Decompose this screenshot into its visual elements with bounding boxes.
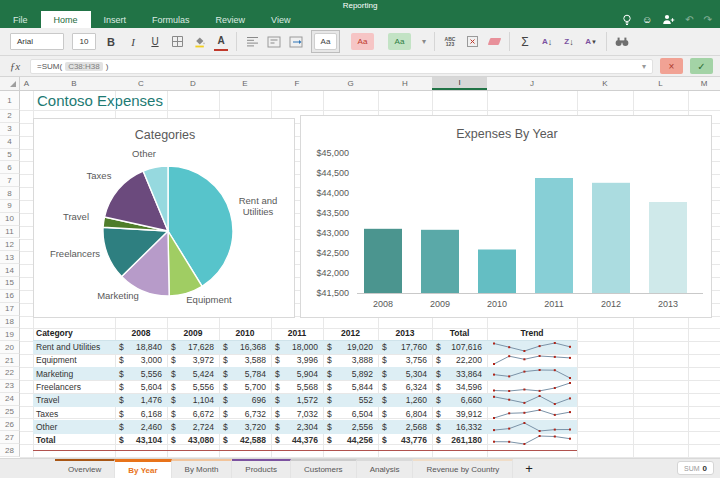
ribbon-tab-view[interactable]: View xyxy=(258,11,303,28)
filter-icon[interactable]: A▼ xyxy=(584,33,598,51)
font-size-select[interactable]: 10 xyxy=(72,33,96,50)
cell-style-chip[interactable]: Aa xyxy=(388,33,411,50)
row-header-10[interactable]: 10 xyxy=(0,213,20,226)
row-header-9[interactable]: 9 xyxy=(0,200,20,213)
align-icon[interactable] xyxy=(245,33,259,51)
column-header-J[interactable]: J xyxy=(487,77,577,90)
undo-icon[interactable]: ↶ xyxy=(685,15,693,25)
row-header-1[interactable]: 1 xyxy=(0,91,20,110)
table-row[interactable]: Travel$1,476$1,104$696$1,572$552$1,260$6… xyxy=(33,394,577,407)
row-header-20[interactable]: 20 xyxy=(0,341,20,354)
sheet-tab-revenue-by-country[interactable]: Revenue by Country xyxy=(413,459,513,478)
column-header-C[interactable]: C xyxy=(115,77,167,90)
select-all-corner[interactable] xyxy=(0,77,20,90)
column-header-M[interactable]: M xyxy=(688,77,720,90)
fill-color-icon[interactable] xyxy=(192,33,206,51)
bar-chart-expenses-by-year[interactable]: Expenses By Year$45,000$44,500$44,000$43… xyxy=(300,115,712,318)
table-row[interactable]: Freelancers$5,604$5,556$5,700$5,568$5,84… xyxy=(33,380,577,393)
pie-chart-categories[interactable]: CategoriesRent andUtilitiesEquipmentMark… xyxy=(33,118,295,318)
table-row[interactable]: Equipment$3,000$3,972$3,588$3,996$3,888$… xyxy=(33,354,577,367)
row-header-19[interactable]: 19 xyxy=(0,328,20,341)
ribbon-tab-insert[interactable]: Insert xyxy=(91,11,140,28)
column-header-K[interactable]: K xyxy=(577,77,633,90)
column-header-A[interactable]: A xyxy=(20,77,33,90)
row-header-16[interactable]: 16 xyxy=(0,290,20,303)
row-header-2[interactable]: 2 xyxy=(0,110,20,123)
cell-styles-dropdown-icon[interactable]: ▾ xyxy=(422,37,426,46)
row-header-18[interactable]: 18 xyxy=(0,316,20,329)
formula-expand-icon[interactable]: ▾ xyxy=(642,62,646,71)
font-name-select[interactable]: Arial xyxy=(10,33,64,50)
column-header-I[interactable]: I xyxy=(432,77,487,90)
wrap-text-icon[interactable] xyxy=(267,33,281,51)
cell-style-good[interactable]: Aa xyxy=(385,30,414,53)
column-header-B[interactable]: B xyxy=(33,77,115,90)
redo-icon[interactable]: ↷ xyxy=(704,15,712,25)
sheet-title-cell[interactable]: Contoso Expenses xyxy=(37,91,163,110)
font-color-icon[interactable]: A xyxy=(214,33,228,51)
status-sum-badge[interactable]: SUM 0 xyxy=(677,461,714,475)
sheet-tab-analysis[interactable]: Analysis xyxy=(357,459,414,478)
row-header-23[interactable]: 23 xyxy=(0,380,20,393)
column-header-L[interactable]: L xyxy=(633,77,688,90)
sheet-tab-by-month[interactable]: By Month xyxy=(172,459,233,478)
borders-icon[interactable] xyxy=(170,33,184,51)
row-header-13[interactable]: 13 xyxy=(0,251,20,264)
row-header-27[interactable]: 27 xyxy=(0,431,20,444)
table-row[interactable]: Taxes$6,168$6,672$6,732$7,032$6,504$6,80… xyxy=(33,407,577,420)
sheet-tab-overview[interactable]: Overview xyxy=(55,459,115,478)
bar-2010[interactable] xyxy=(478,250,516,294)
row-header-24[interactable]: 24 xyxy=(0,393,20,406)
column-header-E[interactable]: E xyxy=(219,77,271,90)
row-header-6[interactable]: 6 xyxy=(0,161,20,174)
cells-area[interactable]: Contoso Expenses CategoriesRent andUtili… xyxy=(20,91,720,458)
feedback-smiley-icon[interactable]: ☺ xyxy=(642,15,652,25)
cell-style-chip[interactable]: Aa xyxy=(351,33,374,50)
row-header-11[interactable]: 11 xyxy=(0,226,20,239)
italic-button[interactable]: I xyxy=(126,33,140,51)
ribbon-tab-formulas[interactable]: Formulas xyxy=(139,11,203,28)
bar-2013[interactable] xyxy=(649,202,687,293)
bar-2011[interactable] xyxy=(535,178,573,293)
worksheet-grid[interactable]: 1234567891011121314151617181920212223242… xyxy=(0,91,720,458)
table-row[interactable]: Other$2,460$2,724$3,720$2,304$2,556$2,56… xyxy=(33,420,577,433)
bold-button[interactable]: B xyxy=(104,33,118,51)
row-header-4[interactable]: 4 xyxy=(0,136,20,149)
cell-style-default[interactable]: Aa xyxy=(311,30,340,53)
number-format-icon[interactable]: ABC 123 xyxy=(443,33,457,51)
row-header-28[interactable]: 28 xyxy=(0,444,20,457)
delete-cells-icon[interactable] xyxy=(465,33,479,51)
bar-2008[interactable] xyxy=(364,229,402,293)
row-header-3[interactable]: 3 xyxy=(0,123,20,136)
table-row[interactable]: Marketing$5,556$5,424$5,784$5,904$5,892$… xyxy=(33,367,577,380)
share-person-icon[interactable] xyxy=(662,14,675,25)
column-header-G[interactable]: G xyxy=(323,77,378,90)
row-header-8[interactable]: 8 xyxy=(0,187,20,200)
eraser-icon[interactable] xyxy=(487,33,501,51)
sheet-tab-by-year[interactable]: By Year xyxy=(115,459,171,478)
confirm-entry-button[interactable]: ✓ xyxy=(690,58,713,74)
row-header-17[interactable]: 17 xyxy=(0,303,20,316)
sort-descending-icon[interactable]: Z↓ xyxy=(562,33,576,51)
formula-cell-reference[interactable]: C38:H38 xyxy=(65,62,103,71)
sheet-tab-products[interactable]: Products xyxy=(232,459,291,478)
tell-me-lightbulb-icon[interactable] xyxy=(622,14,632,26)
formula-input[interactable]: =SUM( C38:H38 ) ▾ xyxy=(30,59,653,74)
sort-ascending-icon[interactable]: A↓ xyxy=(540,33,554,51)
table-total-row[interactable]: Total$43,104$43,080$42,588$44,376$44,256… xyxy=(33,434,577,447)
row-header-7[interactable]: 7 xyxy=(0,174,20,187)
row-header-22[interactable]: 22 xyxy=(0,367,20,380)
row-header-14[interactable]: 14 xyxy=(0,264,20,277)
row-header-26[interactable]: 26 xyxy=(0,418,20,431)
ribbon-tab-home[interactable]: Home xyxy=(41,11,91,28)
cell-style-bad[interactable]: Aa xyxy=(348,30,377,53)
cancel-entry-button[interactable]: × xyxy=(660,58,683,74)
column-header-H[interactable]: H xyxy=(378,77,432,90)
add-sheet-button[interactable]: + xyxy=(513,459,545,478)
find-binoculars-icon[interactable] xyxy=(615,33,629,51)
merge-cells-icon[interactable] xyxy=(289,33,303,51)
row-header-25[interactable]: 25 xyxy=(0,406,20,419)
column-header-F[interactable]: F xyxy=(271,77,323,90)
ribbon-tab-file[interactable]: File xyxy=(0,11,41,28)
column-header-D[interactable]: D xyxy=(167,77,219,90)
